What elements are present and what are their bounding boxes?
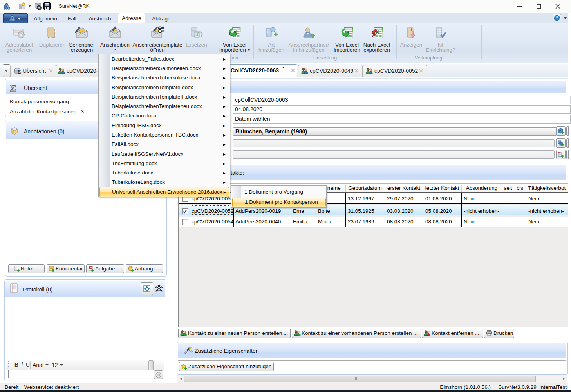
svg-text:?: ? <box>555 16 558 20</box>
svg-text:Σ: Σ <box>10 83 16 93</box>
svg-text:i: i <box>273 28 274 32</box>
svg-text:Σ: Σ <box>18 69 21 74</box>
